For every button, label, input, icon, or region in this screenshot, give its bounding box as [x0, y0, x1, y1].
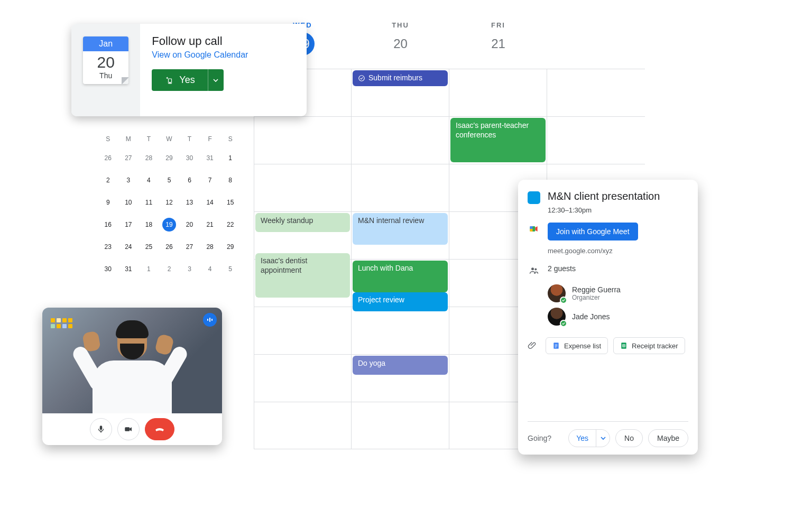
mini-day[interactable]: 29 — [159, 147, 180, 169]
date-number[interactable]: 20 — [389, 32, 412, 56]
date-month: Jan — [83, 36, 128, 51]
rsvp-maybe-option[interactable]: Maybe — [648, 429, 688, 447]
hangup-button[interactable] — [145, 418, 174, 440]
event-submit-reimburs[interactable]: Submit reimburs — [353, 70, 448, 86]
mini-day[interactable]: 19 — [159, 214, 180, 236]
caret-down-icon — [601, 436, 606, 441]
mini-day[interactable]: 13 — [179, 191, 200, 214]
camera-button[interactable] — [117, 418, 140, 440]
rsvp-dropdown-button[interactable] — [208, 69, 224, 91]
rsvp-yes-label: Yes — [179, 75, 195, 86]
event-label: Project review — [358, 295, 404, 304]
svg-rect-15 — [555, 346, 558, 346]
mini-day[interactable]: 25 — [139, 236, 159, 258]
mini-month-calendar: SMTWTFS262728293031123456789101112131415… — [98, 131, 241, 280]
mini-day[interactable]: 2 — [159, 258, 180, 280]
phone-hangup-icon — [153, 423, 166, 436]
mini-day[interactable]: 4 — [200, 258, 220, 280]
rsvp-yes-caret[interactable] — [596, 430, 610, 447]
svg-rect-6 — [100, 426, 103, 430]
mini-day[interactable]: 17 — [118, 214, 139, 236]
weekday-label: FRI — [449, 21, 547, 29]
mini-day[interactable]: 6 — [179, 169, 200, 191]
guest-row: Reggie Guerra Organizer — [548, 284, 688, 302]
event-mn-internal-review[interactable]: M&N internal review — [353, 213, 448, 245]
event-do-yoga[interactable]: Do yoga — [353, 356, 448, 375]
attachment-label: Receipt tracker — [632, 342, 678, 350]
mini-day[interactable]: 18 — [139, 214, 159, 236]
mini-day[interactable]: 15 — [220, 191, 241, 214]
mini-day[interactable]: 12 — [159, 191, 180, 214]
view-on-calendar-link[interactable]: View on Google Calendar — [152, 50, 248, 60]
mini-day[interactable]: 4 — [139, 169, 159, 191]
mini-day[interactable]: 3 — [118, 169, 139, 191]
mini-day[interactable]: 5 — [220, 258, 241, 280]
participant-silhouette — [74, 313, 190, 413]
going-label: Going? — [528, 434, 551, 442]
mini-day[interactable]: 27 — [118, 147, 139, 169]
task-check-icon — [358, 75, 365, 82]
attachment-expense-list[interactable]: Expense list — [546, 337, 608, 354]
mini-day[interactable]: 9 — [98, 191, 118, 214]
event-color-swatch — [528, 191, 540, 204]
mini-dow: T — [179, 131, 200, 147]
svg-rect-9 — [530, 226, 533, 229]
mini-day[interactable]: 2 — [98, 169, 118, 191]
attachment-receipt-tracker[interactable]: Receipt tracker — [613, 337, 685, 354]
mini-day[interactable]: 28 — [200, 236, 220, 258]
svg-rect-3 — [207, 319, 208, 321]
svg-rect-4 — [209, 318, 210, 322]
date-number[interactable]: 21 — [487, 32, 510, 56]
mic-button[interactable] — [90, 418, 112, 440]
mini-day[interactable]: 30 — [179, 147, 200, 169]
event-label: Isaac's dentist appointment — [261, 256, 307, 274]
mini-day[interactable]: 21 — [200, 214, 220, 236]
mini-day[interactable]: 26 — [98, 147, 118, 169]
sheets-icon — [620, 341, 628, 350]
followup-card: Jan 20 Thu Follow up call View on Google… — [71, 24, 307, 116]
mini-day[interactable]: 5 — [159, 169, 180, 191]
people-icon — [528, 264, 540, 276]
date-day: 20 — [83, 51, 128, 71]
mini-dow: M — [118, 131, 139, 147]
mini-day[interactable]: 26 — [159, 236, 180, 258]
mini-day[interactable]: 28 — [139, 147, 159, 169]
event-isaac-conferences[interactable]: Isaac's parent-teacher conferences — [450, 118, 546, 162]
rsvp-no-option[interactable]: No — [615, 429, 643, 447]
rsvp-yes-button[interactable]: Yes — [152, 69, 207, 91]
caret-down-icon — [213, 78, 218, 83]
mini-day[interactable]: 8 — [220, 169, 241, 191]
mini-day[interactable]: 31 — [200, 147, 220, 169]
join-meet-button[interactable]: Join with Google Meet — [548, 223, 638, 240]
event-isaac-dentist[interactable]: Isaac's dentist appointment — [255, 253, 350, 298]
mini-day[interactable]: 14 — [200, 191, 220, 214]
mini-day[interactable]: 31 — [118, 258, 139, 280]
mini-day[interactable]: 22 — [220, 214, 241, 236]
mini-day[interactable]: 27 — [179, 236, 200, 258]
mini-dow: T — [139, 131, 159, 147]
event-lunch-dana[interactable]: Lunch with Dana — [353, 261, 448, 292]
mini-day[interactable]: 30 — [98, 258, 118, 280]
mini-day[interactable]: 29 — [220, 236, 241, 258]
mini-day[interactable]: 11 — [139, 191, 159, 214]
mini-day[interactable]: 20 — [179, 214, 200, 236]
mini-day[interactable]: 7 — [200, 169, 220, 191]
mini-day[interactable]: 23 — [98, 236, 118, 258]
mini-day[interactable]: 16 — [98, 214, 118, 236]
mic-icon — [96, 424, 106, 434]
docs-icon — [552, 341, 560, 350]
rsvp-split-button: Yes — [152, 69, 223, 91]
mini-day[interactable]: 24 — [118, 236, 139, 258]
mini-day[interactable]: 1 — [220, 147, 241, 169]
event-weekly-standup[interactable]: Weekly standup — [255, 213, 350, 232]
svg-rect-14 — [555, 345, 558, 345]
mini-day[interactable]: 10 — [118, 191, 139, 214]
svg-rect-7 — [125, 427, 130, 431]
mini-day[interactable]: 3 — [179, 258, 200, 280]
guest-count: 2 guests — [548, 264, 576, 273]
rsvp-yes-option[interactable]: Yes — [569, 434, 596, 442]
mini-day[interactable]: 1 — [139, 258, 159, 280]
mini-dow: S — [220, 131, 241, 147]
svg-point-11 — [531, 267, 534, 270]
guest-name: Reggie Guerra — [572, 285, 621, 294]
